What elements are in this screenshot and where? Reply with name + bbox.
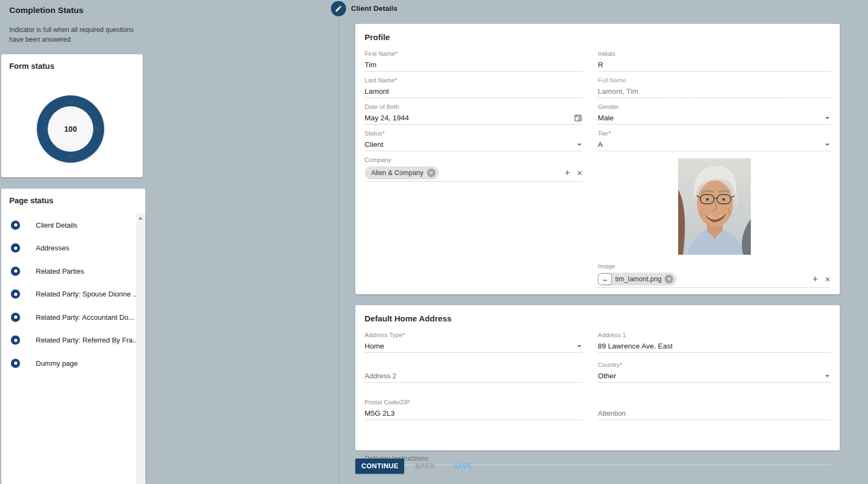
field-date-of-birth: Date of Birth May 24, 1944 <box>365 102 583 128</box>
section-step-circle <box>331 1 346 16</box>
company-add-icon[interactable]: + <box>565 168 571 178</box>
field-attention: Attention <box>598 397 831 424</box>
page-status-card: Page status Client Details Addresses Rel… <box>1 189 145 484</box>
gauge-tick-0: 0 <box>69 99 72 106</box>
image-chip[interactable]: tim_lamont.png ✕ <box>598 273 676 286</box>
first-name-input[interactable]: Tim <box>365 59 583 72</box>
field-address1: Address 1 89 Lawrence Ave. East <box>598 330 831 357</box>
address1-input[interactable]: 89 Lawrence Ave. East <box>598 340 831 353</box>
field-initials: Initials R <box>598 49 831 75</box>
client-photo <box>678 158 751 255</box>
field-status: Status* Client <box>365 128 583 155</box>
completion-donut-gauge: 0 25 50 75 100 <box>37 95 104 163</box>
pencil-icon <box>335 5 342 12</box>
date-of-birth-input[interactable]: May 24, 1944 <box>365 112 583 125</box>
field-country: Country* Other <box>598 360 831 386</box>
profile-card: Profile First Name* Tim Last Name* Lamon… <box>355 24 840 294</box>
field-company: Company Allen & Company ✕ + ✕ <box>365 155 583 186</box>
initials-input[interactable]: R <box>598 59 831 72</box>
page-status-item-referred-by[interactable]: Related Party: Referred By Fra... <box>1 329 136 352</box>
dropdown-caret-icon <box>825 144 829 146</box>
tier-select[interactable]: A <box>598 138 831 151</box>
chip-remove-icon[interactable]: ✕ <box>665 275 673 283</box>
field-postal-code: Postal Code/ZIP M5G 2L3 <box>365 397 583 424</box>
page-complete-icon <box>11 221 20 230</box>
field-gender: Gender Male <box>598 102 831 128</box>
profile-right-column: Initials R Full Name Lamont, Tim Gender … <box>598 49 831 293</box>
page-complete-icon <box>11 359 20 368</box>
attention-input[interactable]: Attention <box>598 407 831 420</box>
page: Completion Status Indicator is full when… <box>0 0 868 484</box>
chip-remove-icon[interactable]: ✕ <box>427 169 436 177</box>
country-select[interactable]: Other <box>598 370 831 383</box>
address-type-select[interactable]: Home <box>365 340 583 353</box>
address-left-column: Address Type* Home Address 2 Postal Code… <box>365 330 583 424</box>
page-status-item-spouse[interactable]: Related Party: Spouse Dionne ... <box>1 283 136 306</box>
company-chip-row: Allen & Company ✕ + ✕ <box>365 165 583 182</box>
page-complete-icon <box>11 267 20 276</box>
gender-select[interactable]: Male <box>598 112 831 125</box>
page-complete-icon <box>11 313 20 322</box>
completion-status-title: Completion Status <box>9 5 84 15</box>
page-status-card-title: Page status <box>9 196 53 205</box>
profile-card-title: Profile <box>365 33 390 42</box>
image-file-icon <box>598 273 612 285</box>
postal-code-input[interactable]: M5G 2L3 <box>365 407 583 420</box>
page-complete-icon <box>11 243 20 253</box>
dropdown-caret-icon <box>577 345 582 347</box>
status-select[interactable]: Client <box>365 138 583 151</box>
company-chip[interactable]: Allen & Company ✕ <box>365 166 439 179</box>
calendar-clock-icon[interactable] <box>573 113 583 122</box>
company-clear-icon[interactable]: ✕ <box>577 169 583 177</box>
field-tier: Tier* A <box>598 128 831 155</box>
page-status-item-accountant[interactable]: Related Party: Accountant Do... <box>1 306 136 329</box>
scroll-up-arrow-icon[interactable] <box>138 217 143 220</box>
field-address2: Address 2 <box>365 360 583 386</box>
dropdown-caret-icon <box>825 117 829 119</box>
address-card: Default Home Address Address Type* Home … <box>355 305 840 450</box>
image-clear-icon[interactable]: ✕ <box>825 275 831 283</box>
field-first-name: First Name* Tim <box>365 49 583 75</box>
dropdown-caret-icon <box>577 144 582 146</box>
section-title: Client Details <box>351 1 398 16</box>
page-status-item-related-parties[interactable]: Related Parties <box>1 260 136 283</box>
gauge-center-value: 100 <box>64 125 76 133</box>
completion-status-description: Indicator is full when all required ques… <box>9 25 148 44</box>
gauge-hole: 100 <box>48 106 93 152</box>
page-complete-icon <box>11 335 20 345</box>
form-action-buttons: CONTINUE BACK SAVE <box>355 459 476 474</box>
address-card-title: Default Home Address <box>365 314 451 323</box>
save-button[interactable]: SAVE <box>449 459 476 474</box>
profile-left-column: First Name* Tim Last Name* Lamont Date o… <box>365 49 583 186</box>
continue-button[interactable]: CONTINUE <box>355 459 404 474</box>
field-address-type: Address Type* Home <box>365 330 583 357</box>
step-connector-line <box>339 17 339 484</box>
field-last-name: Last Name* Lamont <box>365 75 583 102</box>
page-status-item-addresses[interactable]: Addresses <box>1 237 136 260</box>
full-name-readonly: Lamont, Tim <box>598 85 831 98</box>
field-full-name: Full Name Lamont, Tim <box>598 75 831 102</box>
image-add-icon[interactable]: + <box>813 274 819 284</box>
gauge-tick-25: 25 <box>93 126 99 132</box>
page-status-list: Client Details Addresses Related Parties… <box>1 214 136 484</box>
last-name-input[interactable]: Lamont <box>365 85 583 98</box>
page-status-scrollbar[interactable] <box>136 214 145 484</box>
field-image: Image tim_lamont.png ✕ + ✕ <box>598 261 831 293</box>
address2-input[interactable]: Address 2 <box>365 370 583 383</box>
address-right-column: Address 1 89 Lawrence Ave. East Country*… <box>598 330 831 424</box>
form-status-card-title: Form status <box>9 62 54 70</box>
image-chip-row: tim_lamont.png ✕ + ✕ <box>598 271 831 288</box>
dropdown-caret-icon <box>825 375 829 377</box>
page-status-item-dummy-page[interactable]: Dummy page <box>1 352 136 375</box>
gauge-tick-50: 50 <box>67 153 74 159</box>
page-status-item-client-details[interactable]: Client Details <box>1 214 136 237</box>
form-status-card: Form status 0 25 50 75 100 <box>1 54 143 177</box>
back-button[interactable]: BACK <box>411 459 440 474</box>
page-complete-icon <box>11 289 20 299</box>
